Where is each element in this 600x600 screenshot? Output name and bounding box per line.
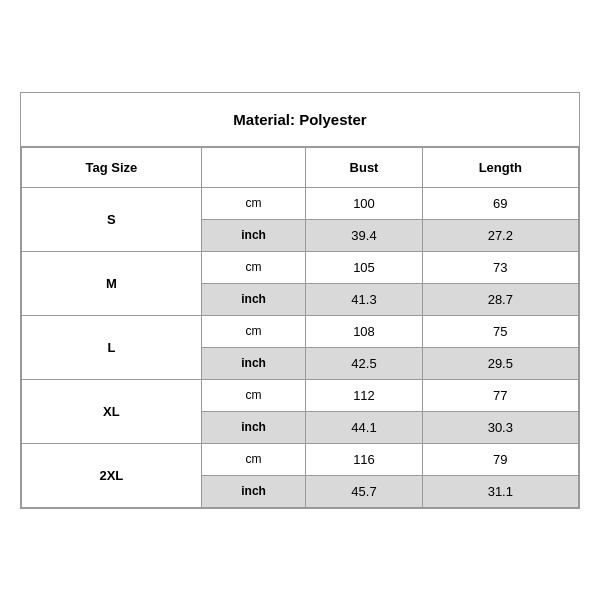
size-label: XL: [22, 379, 202, 443]
unit-cm: cm: [201, 315, 306, 347]
size-label: L: [22, 315, 202, 379]
unit-inch: inch: [201, 475, 306, 507]
bust-inch: 41.3: [306, 283, 422, 315]
table-header-row: Tag Size Bust Length: [22, 147, 579, 187]
bust-inch: 42.5: [306, 347, 422, 379]
unit-inch: inch: [201, 219, 306, 251]
length-cm: 73: [422, 251, 578, 283]
bust-cm: 112: [306, 379, 422, 411]
unit-cm: cm: [201, 379, 306, 411]
bust-cm: 105: [306, 251, 422, 283]
length-inch: 27.2: [422, 219, 578, 251]
table-row: 2XLcm11679: [22, 443, 579, 475]
bust-inch: 45.7: [306, 475, 422, 507]
chart-title: Material: Polyester: [21, 93, 579, 147]
unit-inch: inch: [201, 283, 306, 315]
length-cm: 77: [422, 379, 578, 411]
table-row: Lcm10875: [22, 315, 579, 347]
size-label: 2XL: [22, 443, 202, 507]
size-label: S: [22, 187, 202, 251]
size-table: Tag Size Bust Length Scm10069inch39.427.…: [21, 147, 579, 508]
unit-cm: cm: [201, 251, 306, 283]
length-cm: 75: [422, 315, 578, 347]
length-inch: 30.3: [422, 411, 578, 443]
bust-inch: 39.4: [306, 219, 422, 251]
table-row: Mcm10573: [22, 251, 579, 283]
length-cm: 69: [422, 187, 578, 219]
table-row: XLcm11277: [22, 379, 579, 411]
length-inch: 31.1: [422, 475, 578, 507]
bust-cm: 116: [306, 443, 422, 475]
length-header: Length: [422, 147, 578, 187]
length-inch: 28.7: [422, 283, 578, 315]
unit-cm: cm: [201, 443, 306, 475]
unit-inch: inch: [201, 347, 306, 379]
tag-size-header: Tag Size: [22, 147, 202, 187]
length-cm: 79: [422, 443, 578, 475]
length-inch: 29.5: [422, 347, 578, 379]
unit-cm: cm: [201, 187, 306, 219]
bust-header: Bust: [306, 147, 422, 187]
bust-cm: 100: [306, 187, 422, 219]
table-row: Scm10069: [22, 187, 579, 219]
size-chart: Material: Polyester Tag Size Bust Length…: [20, 92, 580, 509]
bust-inch: 44.1: [306, 411, 422, 443]
bust-cm: 108: [306, 315, 422, 347]
size-label: M: [22, 251, 202, 315]
unit-header: [201, 147, 306, 187]
unit-inch: inch: [201, 411, 306, 443]
